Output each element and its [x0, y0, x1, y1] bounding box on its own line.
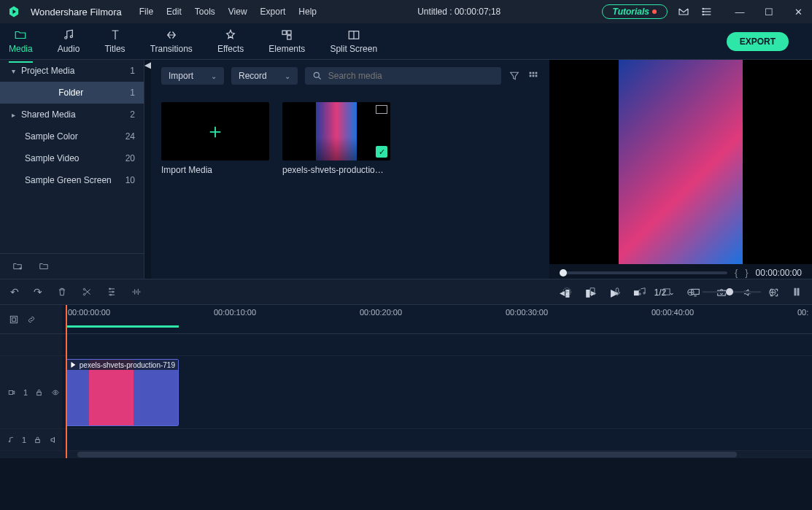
redo-icon[interactable]: ↷: [34, 286, 42, 298]
tab-transitions[interactable]: Transitions: [150, 24, 193, 58]
library-item-shared-media[interactable]: ▸ Shared Media 2: [0, 104, 144, 125]
tab-elements[interactable]: Elements: [268, 24, 305, 58]
svg-point-3: [703, 8, 703, 9]
svg-point-24: [83, 288, 85, 290]
lock-icon[interactable]: [34, 436, 42, 444]
tab-titles[interactable]: Titles: [104, 24, 125, 58]
timeline-ruler[interactable]: 00:00:00:00 00:00:10:00 00:00:20:00 00:0…: [0, 305, 812, 334]
tab-audio[interactable]: Audio: [58, 24, 80, 58]
import-media-card[interactable]: ＋ Import Media: [161, 102, 269, 175]
link-icon[interactable]: [26, 314, 36, 325]
undo-icon[interactable]: ↶: [10, 286, 19, 298]
ruler-tick: 00:: [797, 308, 808, 317]
chevron-right-icon: ▸: [12, 111, 15, 119]
audio-lane[interactable]: [62, 429, 812, 450]
preview-canvas[interactable]: [549, 60, 812, 264]
close-button[interactable]: ✕: [789, 7, 808, 18]
library-item-sample-video[interactable]: Sample Video 20: [0, 147, 144, 169]
audio-waveform-icon[interactable]: [131, 287, 142, 297]
library-item-folder[interactable]: Folder 1: [0, 82, 144, 104]
tasks-icon[interactable]: [701, 6, 713, 18]
folder-icon[interactable]: [38, 261, 50, 271]
library-item-sample-green-screen[interactable]: Sample Green Screen 10: [0, 169, 144, 191]
library-item-project-media[interactable]: ▾ Project Media 1: [0, 60, 144, 82]
menu-tools[interactable]: Tools: [195, 7, 215, 17]
svg-rect-9: [287, 36, 291, 39]
menu-view[interactable]: View: [228, 7, 247, 17]
elements-icon: [280, 28, 293, 42]
adjust-icon[interactable]: [107, 287, 117, 297]
plus-icon: ＋: [205, 117, 225, 145]
media-clip-card[interactable]: ✓ pexels-shvets-productio…: [282, 102, 390, 175]
crop-icon[interactable]: [662, 287, 672, 297]
tab-label: Effects: [217, 44, 244, 54]
timeline-options-icon[interactable]: [9, 314, 19, 325]
svg-rect-19: [533, 75, 535, 77]
menu-bar: File Edit Tools View Export Help: [139, 7, 317, 17]
timeline-clip[interactable]: pexels-shvets-production-719: [66, 359, 179, 426]
zoom-slider[interactable]: [703, 291, 761, 293]
lock-icon[interactable]: [35, 388, 43, 397]
clip-title: pexels-shvets-production-719: [80, 361, 175, 369]
visibility-icon[interactable]: [50, 389, 61, 396]
splitscreen-icon: [347, 28, 360, 42]
library-item-sample-color[interactable]: Sample Color 24: [0, 125, 144, 147]
delete-icon[interactable]: [57, 287, 67, 297]
inbox-icon[interactable]: [678, 6, 689, 18]
render-icon[interactable]: [561, 286, 573, 298]
main-tabs: Media Audio Titles Transitions Effects E…: [0, 23, 812, 60]
svg-rect-15: [530, 72, 532, 74]
svg-rect-48: [37, 392, 42, 395]
menu-export[interactable]: Export: [260, 7, 286, 17]
timeline: 00:00:00:00 00:00:10:00 00:00:20:00 00:0…: [0, 305, 812, 458]
menu-help[interactable]: Help: [298, 7, 317, 17]
export-button[interactable]: EXPORT: [727, 32, 789, 51]
app-name: Wondershare Filmora: [31, 7, 122, 18]
marker-icon[interactable]: [587, 286, 598, 298]
collapse-sidebar-icon[interactable]: ◀: [144, 60, 151, 279]
effects-icon: [224, 28, 237, 42]
tab-splitscreen[interactable]: Split Screen: [330, 24, 377, 58]
preview-panel: { } 00:00:00:00 ◂▮ ▮▸ ▶ ■ 1/2⌄: [549, 60, 812, 279]
maximize-button[interactable]: ☐: [759, 7, 778, 18]
mark-in-icon[interactable]: {: [735, 267, 738, 278]
folder-icon: [14, 28, 27, 42]
ruler-tick: 00:00:30:00: [506, 308, 548, 317]
new-folder-icon[interactable]: [12, 261, 23, 271]
video-lane[interactable]: pexels-shvets-production-719: [62, 356, 812, 428]
tab-effects[interactable]: Effects: [217, 24, 244, 58]
scrollbar-thumb[interactable]: [77, 452, 738, 457]
minimize-button[interactable]: —: [730, 7, 749, 18]
voiceover-icon[interactable]: [612, 286, 622, 298]
timeline-scrollbar[interactable]: [0, 451, 812, 458]
scrub-knob[interactable]: [560, 269, 567, 277]
tutorials-button[interactable]: Tutorials: [602, 4, 668, 19]
zoom-out-icon[interactable]: ⊖: [687, 286, 695, 298]
mark-out-icon[interactable]: }: [745, 267, 748, 278]
svg-point-5: [703, 14, 703, 15]
zoom-knob[interactable]: [726, 288, 733, 295]
record-dropdown[interactable]: Record ⌄: [231, 67, 298, 85]
grid-view-icon[interactable]: [527, 70, 539, 82]
library-item-label: Project Media: [21, 66, 130, 76]
split-icon[interactable]: [82, 287, 92, 297]
filter-icon[interactable]: [509, 70, 520, 82]
menu-edit[interactable]: Edit: [166, 7, 182, 17]
zoom-in-icon[interactable]: ⊕: [768, 286, 777, 298]
audio-mixer-icon[interactable]: [637, 287, 647, 297]
import-dropdown[interactable]: Import ⌄: [161, 67, 224, 85]
video-track: 1 pexels-shvets-production-719: [0, 356, 812, 429]
library-item-label: Sample Green Screen: [25, 175, 125, 185]
search-input[interactable]: [328, 71, 494, 81]
svg-rect-16: [533, 72, 535, 74]
preview-scrubber[interactable]: [560, 271, 727, 274]
mark-brackets: { }: [735, 267, 749, 278]
tab-media[interactable]: Media: [9, 24, 33, 58]
menu-file[interactable]: File: [139, 7, 153, 17]
app-logo: [7, 5, 20, 18]
mute-icon[interactable]: [49, 436, 59, 444]
search-box[interactable]: [305, 67, 501, 85]
chevron-down-icon: ⌄: [211, 72, 217, 80]
track-spacer: [0, 334, 812, 356]
zoom-fit-icon[interactable]: [792, 285, 802, 298]
